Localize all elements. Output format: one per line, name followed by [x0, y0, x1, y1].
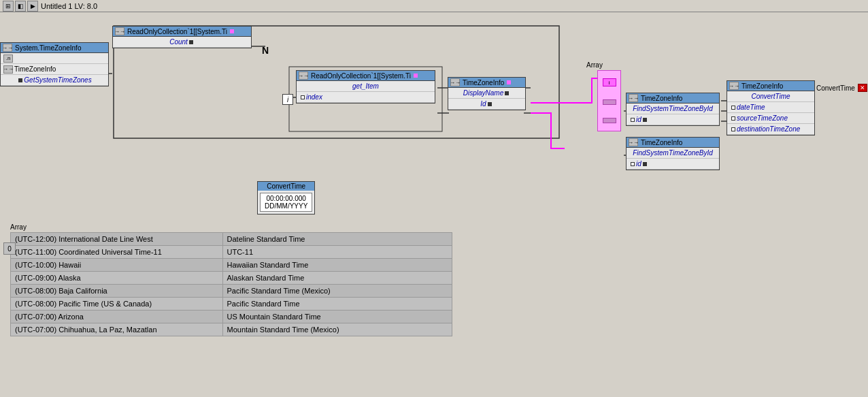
arrow-icon: →→ — [3, 44, 12, 52]
find-tz1-icon: →→ — [629, 94, 638, 102]
display-name-cell: (UTC-09:00) Alaska — [11, 272, 223, 285]
title-bar-icons: ⊞ ◧ ▶ — [3, 1, 38, 12]
array-cluster-label: Array — [586, 61, 603, 69]
icon-settings: ◧ — [15, 1, 26, 12]
index-badge: 0 — [3, 242, 16, 255]
table-row: (UTC-08:00) Pacific Time (US & Canada)Pa… — [11, 298, 452, 311]
array-table-body: (UTC-12:00) International Date Line West… — [11, 233, 452, 336]
n-badge: N — [262, 45, 269, 56]
table-row: (UTC-10:00) HawaiiHawaiian Standard Time — [11, 259, 452, 272]
array-panel-label: Array — [10, 223, 452, 231]
timezone-info-display-node: →→ TimeZoneInfo DisplayName Id — [448, 77, 526, 110]
get-system-timezones-row: GetSystemTimeZones — [1, 75, 108, 86]
id-cell: Pacific Standard Time — [222, 298, 452, 311]
id-cell: US Mountain Standard Time — [222, 311, 452, 323]
convert-time-node: →→ TimeZoneInfo ConvertTime dateTime sou… — [727, 80, 815, 136]
system-timezone-info-header: →→ System.TimeZoneInfo — [1, 43, 108, 53]
rc2-port — [414, 74, 418, 78]
table-row: (UTC-12:00) International Date Line West… — [11, 233, 452, 246]
red-x-icon[interactable]: ✕ — [858, 84, 867, 92]
display-name-cell: (UTC-07:00) Chihuahua, La Paz, Mazatlan — [11, 323, 223, 336]
id-cell: Dateline Standard Time — [222, 233, 452, 246]
displayname-row: DisplayName — [448, 88, 525, 99]
rc1-icon: →→ — [115, 27, 124, 35]
title-text: Untitled 1 LV: 8.0 — [41, 2, 97, 10]
convert-time-panel: ConvertTime 00:00:00.000 DD/MM/YYYY — [257, 181, 315, 215]
table-row: (UTC-08:00) Baja CaliforniaPacific Stand… — [11, 285, 452, 298]
ct-dest-row: destinationTimeZone — [727, 124, 814, 135]
net-row: .n — [1, 53, 108, 64]
title-bar: ⊞ ◧ ▶ Untitled 1 LV: 8.0 — [0, 0, 868, 12]
tz-display-header: →→ TimeZoneInfo — [448, 78, 525, 88]
rc2-icon: →→ — [299, 72, 308, 80]
find-tz2-icon: →→ — [629, 138, 638, 146]
array-cluster-box: i — [597, 70, 621, 131]
display-name-cell: (UTC-11:00) Coordinated Universal Time-1… — [11, 246, 223, 259]
ct-icon: →→ — [729, 82, 739, 90]
ct-dest-port — [731, 127, 735, 131]
get-item-row: get_Item — [297, 81, 435, 92]
id-cell: UTC-11 — [222, 246, 452, 259]
displayname-port — [505, 91, 509, 95]
index-port — [301, 95, 305, 99]
id-cell: Pacific Standard Time (Mexico) — [222, 285, 452, 298]
readonly-collection-node-1: →→ ReadOnlyCollection`1[[System.Ti Count — [112, 26, 252, 48]
find-tz2-method: FindSystemTimeZoneById — [627, 148, 719, 159]
id-cell: Alaskan Standard Time — [222, 272, 452, 285]
tz-icon: →→ — [3, 65, 13, 74]
tz-display-port — [507, 80, 511, 84]
count-port — [189, 40, 193, 44]
display-name-cell: (UTC-08:00) Baja California — [11, 285, 223, 298]
array-bot — [603, 118, 616, 123]
find-tz2-header: →→ TimeZoneInfo — [627, 138, 719, 148]
table-row: (UTC-07:00) Chihuahua, La Paz, MazatlanM… — [11, 323, 452, 336]
table-row: (UTC-11:00) Coordinated Universal Time-1… — [11, 246, 452, 259]
readonly-collection-node-2: →→ ReadOnlyCollection`1[[System.Ti get_I… — [296, 70, 435, 104]
id-row: Id — [448, 99, 525, 110]
display-name-cell: (UTC-07:00) Arizona — [11, 311, 223, 323]
ct-source-port — [731, 116, 735, 121]
convert-time-header-node: →→ TimeZoneInfo — [727, 81, 814, 91]
find-tz1-header: →→ TimeZoneInfo — [627, 93, 719, 104]
canvas-area: →→ System.TimeZoneInfo .n →→ TimeZoneInf… — [0, 12, 868, 397]
find-tz2-out-port — [643, 162, 647, 166]
net-icon: .n — [3, 54, 13, 63]
convert-time-value: 00:00:00.000 DD/MM/YYYY — [260, 193, 312, 212]
find-tz-by-id-node-1: →→ TimeZoneInfo FindSystemTimeZoneById i… — [626, 93, 720, 126]
table-row: (UTC-07:00) ArizonaUS Mountain Standard … — [11, 311, 452, 323]
find-tz1-out-port — [643, 118, 647, 122]
icon-app: ⊞ — [3, 1, 14, 12]
table-row: (UTC-09:00) AlaskaAlaskan Standard Time — [11, 272, 452, 285]
rc1-header: →→ ReadOnlyCollection`1[[System.Ti — [113, 27, 251, 37]
loop-index-badge: i — [282, 94, 293, 105]
index-row: index — [297, 92, 435, 103]
display-name-cell: (UTC-12:00) International Date Line West — [11, 233, 223, 246]
array-list-panel: Array (UTC-12:00) International Date Lin… — [10, 223, 452, 336]
convert-time-method: ConvertTime — [727, 91, 814, 102]
id-cell: Mountain Standard Time (Mexico) — [222, 323, 452, 336]
system-timezone-info-node: →→ System.TimeZoneInfo .n →→ TimeZoneInf… — [0, 42, 109, 86]
display-name-cell: (UTC-08:00) Pacific Time (US & Canada) — [11, 298, 223, 311]
icon-run: ▶ — [27, 1, 38, 12]
ct-datetime-row: dateTime — [727, 102, 814, 113]
find-tz1-in-port — [631, 118, 635, 122]
id-cell: Hawaiian Standard Time — [222, 259, 452, 272]
convert-time-panel-header: ConvertTime — [258, 182, 314, 191]
ct-source-row: sourceTimeZone — [727, 113, 814, 124]
output-port — [18, 78, 22, 82]
display-name-cell: (UTC-10:00) Hawaii — [11, 259, 223, 272]
ct-datetime-port — [731, 106, 735, 110]
find-tz1-method: FindSystemTimeZoneById — [627, 104, 719, 114]
count-row: Count — [113, 37, 251, 48]
tz-display-icon: →→ — [450, 78, 460, 86]
array-index-top: i — [603, 78, 616, 86]
find-tz-by-id-node-2: →→ TimeZoneInfo FindSystemTimeZoneById i… — [626, 137, 720, 170]
timezone-info-subnode: →→ TimeZoneInfo — [1, 64, 108, 75]
find-tz1-output: id — [627, 114, 719, 125]
rc1-port — [230, 29, 234, 33]
id-port — [488, 102, 492, 106]
array-table: (UTC-12:00) International Date Line West… — [10, 232, 452, 336]
convert-time-output: ConvertTime ✕ — [816, 84, 867, 92]
find-tz2-output: id — [627, 159, 719, 170]
rc2-header: →→ ReadOnlyCollection`1[[System.Ti — [297, 71, 435, 81]
